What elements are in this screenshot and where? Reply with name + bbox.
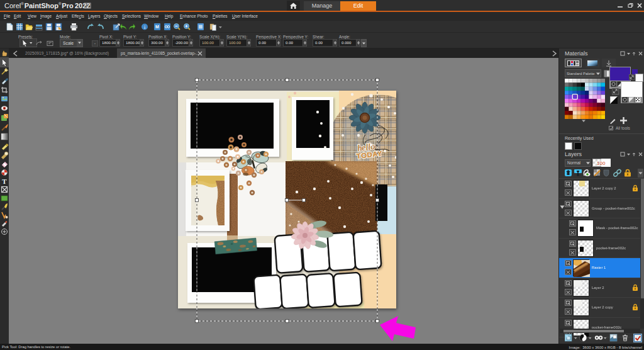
svg-text:M: M — [155, 25, 159, 29]
svg-text:T: T — [2, 178, 7, 185]
